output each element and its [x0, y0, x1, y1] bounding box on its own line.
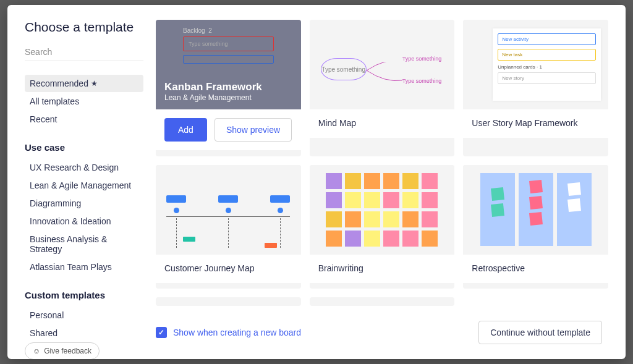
add-button[interactable]: Add — [164, 118, 207, 142]
sidebar-item-label: Business Analysis & Strategy — [30, 234, 138, 254]
card-preview — [156, 165, 301, 255]
sidebar-item-innovation[interactable]: Innovation & Ideation — [25, 213, 143, 230]
sidebar-item-label: Recommended — [30, 78, 88, 88]
sidebar-item-label: Recent — [30, 114, 57, 124]
sidebar-item-label: Lean & Agile Management — [30, 180, 131, 190]
show-preview-button[interactable]: Show preview — [215, 118, 292, 142]
sidebar-item-label: Diagramming — [30, 198, 81, 208]
featured-overlay: Kanban Framework Lean & Agile Management — [156, 74, 301, 109]
template-card-userstory[interactable]: New activity New task Unplanned cards · … — [463, 20, 608, 156]
mindmap-node: Type something — [321, 58, 367, 80]
smile-icon: ☺ — [33, 347, 40, 355]
featured-subtitle: Lean & Agile Management — [164, 93, 292, 102]
sidebar-item-diagramming[interactable]: Diagramming — [25, 195, 143, 212]
sidebar-item-recommended[interactable]: Recommended ★ — [25, 75, 143, 92]
sidebar: Choose a template Recommended ★ All temp… — [7, 5, 156, 359]
sidebar-item-label: UX Research & Design — [30, 163, 119, 172]
template-card-journey[interactable]: Customer Journey Map — [156, 165, 301, 289]
card-label: Mind Map — [310, 109, 455, 138]
mindmap-connector-icon — [367, 62, 404, 87]
template-card-cutoff[interactable] — [310, 297, 455, 306]
sidebar-item-ux-research[interactable]: UX Research & Design — [25, 159, 143, 176]
card-label: Brainwriting — [310, 255, 455, 283]
retro-mock — [473, 166, 599, 253]
card-preview — [310, 165, 455, 255]
sidebar-item-all-templates[interactable]: All templates — [25, 93, 143, 110]
feedback-label: Give feedback — [44, 347, 91, 355]
page-title: Choose a template — [25, 20, 143, 35]
sidebar-item-atlassian-plays[interactable]: Atlassian Team Plays — [25, 258, 143, 276]
sidebar-item-lean-agile[interactable]: Lean & Agile Management — [25, 177, 143, 194]
search-input[interactable] — [25, 43, 143, 61]
card-label: Customer Journey Map — [156, 255, 301, 283]
template-card-kanban[interactable]: Backlog 2 Type something Kanban Framewor… — [156, 20, 301, 156]
footer: ✓ Show when creating a new board Continu… — [156, 312, 616, 352]
template-card-retrospective[interactable]: Retrospective — [463, 165, 608, 289]
template-card-brainwriting[interactable]: Brainwriting — [310, 165, 455, 289]
checkbox-icon: ✓ — [156, 327, 167, 338]
star-icon: ★ — [91, 79, 98, 88]
notes-mock — [326, 173, 438, 247]
give-feedback-button[interactable]: ☺ Give feedback — [25, 342, 100, 359]
kanban-mock: Backlog 2 Type something — [183, 27, 274, 67]
card-preview: Type something Type something Type somet… — [310, 20, 455, 109]
featured-actions: Add Show preview — [156, 109, 301, 150]
sidebar-item-business-analysis[interactable]: Business Analysis & Strategy — [25, 231, 143, 258]
checkbox-label: Show when creating a new board — [173, 328, 301, 337]
sidebar-item-label: Personal — [30, 310, 64, 320]
card-label: Retrospective — [463, 255, 608, 283]
sidebar-item-label: Atlassian Team Plays — [30, 262, 112, 272]
main-content: Backlog 2 Type something Kanban Framewor… — [156, 5, 626, 359]
sidebar-item-label: All templates — [30, 96, 79, 106]
category-list-custom: Personal Shared — [25, 307, 143, 342]
template-grid: Backlog 2 Type something Kanban Framewor… — [156, 20, 616, 312]
template-picker-modal: Choose a template Recommended ★ All temp… — [7, 5, 626, 359]
card-preview: New activity New task Unplanned cards · … — [463, 20, 608, 109]
sidebar-item-recent[interactable]: Recent — [25, 111, 143, 128]
category-list-usecase: UX Research & Design Lean & Agile Manage… — [25, 159, 143, 276]
continue-without-template-button[interactable]: Continue without template — [478, 321, 602, 344]
template-card-mindmap[interactable]: Type something Type something Type somet… — [310, 20, 455, 156]
sidebar-header-custom: Custom templates — [25, 290, 143, 300]
card-label: User Story Map Framework — [463, 109, 608, 138]
sidebar-item-label: Shared — [30, 328, 57, 338]
category-list-top: Recommended ★ All templates Recent — [25, 75, 143, 129]
featured-title: Kanban Framework — [164, 81, 292, 93]
sidebar-item-shared[interactable]: Shared — [25, 324, 143, 342]
sidebar-header-usecase: Use case — [25, 142, 143, 153]
sidebar-item-personal[interactable]: Personal — [25, 307, 143, 324]
sidebar-item-label: Innovation & Ideation — [30, 216, 111, 226]
card-preview — [463, 165, 608, 255]
show-on-create-toggle[interactable]: ✓ Show when creating a new board — [156, 327, 301, 338]
template-card-cutoff[interactable] — [156, 297, 301, 306]
card-preview: Backlog 2 Type something Kanban Framewor… — [156, 20, 301, 109]
usm-mock: New activity New task Unplanned cards · … — [493, 28, 601, 101]
